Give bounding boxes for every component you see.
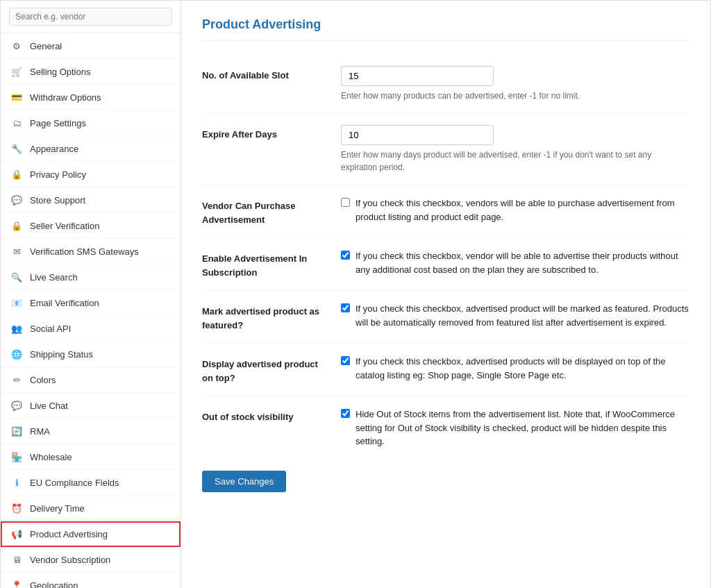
sidebar-item-appearance[interactable]: 🔧Appearance xyxy=(1,136,181,162)
field-content-display-on-top: If you check this checkbox, advertised p… xyxy=(341,355,689,385)
sidebar-item-rma[interactable]: 🔄RMA xyxy=(1,419,181,444)
general-icon: ⚙ xyxy=(10,40,23,52)
sidebar-item-withdraw-options[interactable]: 💳Withdraw Options xyxy=(1,85,181,110)
description-available-slot: Enter how many products can be advertise… xyxy=(341,90,689,102)
label-display-on-top[interactable]: If you check this checkbox, advertised p… xyxy=(341,355,689,382)
sidebar-item-live-search[interactable]: 🔍Live Search xyxy=(1,264,181,290)
delivery-time-icon: ⏰ xyxy=(10,502,23,514)
field-label-display-on-top: Display advertised product on top? xyxy=(202,355,341,385)
store-support-icon: 💬 xyxy=(10,194,23,206)
input-expire-after-days[interactable] xyxy=(341,125,494,145)
sidebar-item-seller-verification[interactable]: 🔒Seller Verification xyxy=(1,213,181,239)
sidebar-item-delivery-time[interactable]: ⏰Delivery Time xyxy=(1,496,181,521)
social-api-icon: 👥 xyxy=(10,322,23,335)
sidebar-label-geolocation: Geolocation xyxy=(30,580,78,589)
main-content: Product Advertising No. of Available Slo… xyxy=(181,1,710,588)
sidebar-item-live-chat[interactable]: 💬Live Chat xyxy=(1,393,181,419)
sidebar-item-general[interactable]: ⚙General xyxy=(1,33,181,59)
form-row-mark-featured: Mark advertised product as featured?If y… xyxy=(202,291,689,344)
checkbox-label-text-enable-advertisement: If you check this checkbox, vendor will … xyxy=(356,249,689,276)
label-mark-featured[interactable]: If you check this checkbox, advertised p… xyxy=(341,302,689,329)
field-content-vendor-purchase: If you check this checkbox, vendors will… xyxy=(341,196,689,226)
input-available-slot[interactable] xyxy=(341,66,494,86)
seller-verification-icon: 🔒 xyxy=(10,219,23,232)
sidebar-item-colors[interactable]: ✏Colors xyxy=(1,367,181,393)
live-search-icon: 🔍 xyxy=(10,271,23,283)
sidebar-label-withdraw-options: Withdraw Options xyxy=(30,92,101,103)
sidebar-label-social-api: Social API xyxy=(30,324,71,334)
sidebar-item-product-advertising[interactable]: 📢Product Advertising xyxy=(1,521,181,547)
app-container: ⚙General🛒Selling Options💳Withdraw Option… xyxy=(0,0,711,588)
sidebar-label-product-advertising: Product Advertising xyxy=(30,529,108,539)
page-title: Product Advertising xyxy=(202,17,689,41)
sidebar: ⚙General🛒Selling Options💳Withdraw Option… xyxy=(1,1,181,588)
form-row-vendor-purchase: Vendor Can Purchase AdvertisementIf you … xyxy=(202,185,689,238)
appearance-icon: 🔧 xyxy=(10,142,23,155)
sidebar-label-seller-verification: Seller Verification xyxy=(30,221,99,231)
sidebar-label-appearance: Appearance xyxy=(30,144,78,154)
shipping-status-icon: 🌐 xyxy=(10,348,23,360)
privacy-policy-icon: 🔒 xyxy=(10,168,23,180)
field-label-enable-advertisement: Enable Advertisement In Subscription xyxy=(202,249,341,279)
sidebar-item-store-support[interactable]: 💬Store Support xyxy=(1,187,181,213)
sidebar-item-shipping-status[interactable]: 🌐Shipping Status xyxy=(1,342,181,367)
checkbox-label-text-vendor-purchase: If you check this checkbox, vendors will… xyxy=(356,196,689,224)
sidebar-item-wholesale[interactable]: 🏪Wholesale xyxy=(1,444,181,470)
sidebar-search-container xyxy=(1,1,181,33)
withdraw-options-icon: 💳 xyxy=(10,91,23,103)
live-chat-icon: 💬 xyxy=(10,399,23,412)
sidebar-label-live-search: Live Search xyxy=(30,272,78,283)
sidebar-item-email-verification[interactable]: 📧Email Verification xyxy=(1,290,181,316)
field-label-vendor-purchase: Vendor Can Purchase Advertisement xyxy=(202,196,341,226)
sidebar-label-general: General xyxy=(30,41,62,51)
save-changes-button[interactable]: Save Changes xyxy=(202,471,286,492)
checkbox-out-of-stock[interactable] xyxy=(341,409,350,418)
label-enable-advertisement[interactable]: If you check this checkbox, vendor will … xyxy=(341,249,689,276)
field-label-expire-after-days: Expire After Days xyxy=(202,125,341,174)
checkbox-display-on-top[interactable] xyxy=(341,356,350,365)
checkbox-enable-advertisement[interactable] xyxy=(341,251,350,260)
product-advertising-icon: 📢 xyxy=(10,528,23,540)
sidebar-item-selling-options[interactable]: 🛒Selling Options xyxy=(1,59,181,85)
form-row-expire-after-days: Expire After DaysEnter how many days pro… xyxy=(202,114,689,185)
label-out-of-stock[interactable]: Hide Out of Stock items from the adverti… xyxy=(341,408,689,448)
form-row-enable-advertisement: Enable Advertisement In SubscriptionIf y… xyxy=(202,238,689,291)
field-content-out-of-stock: Hide Out of Stock items from the adverti… xyxy=(341,408,689,448)
label-vendor-purchase[interactable]: If you check this checkbox, vendors will… xyxy=(341,196,689,224)
checkbox-vendor-purchase[interactable] xyxy=(341,198,350,207)
checkbox-label-text-display-on-top: If you check this checkbox, advertised p… xyxy=(356,355,689,382)
sidebar-label-rma: RMA xyxy=(30,426,50,437)
sidebar-item-vendor-subscription[interactable]: 🖥Vendor Subscription xyxy=(1,547,181,573)
colors-icon: ✏ xyxy=(10,373,23,386)
field-content-available-slot: Enter how many products can be advertise… xyxy=(341,66,689,102)
sidebar-label-verification-sms: Verification SMS Gateways xyxy=(30,246,139,257)
sidebar-item-geolocation[interactable]: 📍Geolocation xyxy=(1,573,181,588)
sidebar-label-page-settings: Page Settings xyxy=(30,118,86,128)
sidebar-item-verification-sms[interactable]: ✉Verification SMS Gateways xyxy=(1,239,181,264)
sidebar-label-vendor-subscription: Vendor Subscription xyxy=(30,555,110,565)
checkbox-mark-featured[interactable] xyxy=(341,303,350,312)
geolocation-icon: 📍 xyxy=(10,579,23,588)
sidebar-label-live-chat: Live Chat xyxy=(30,401,68,411)
eu-compliance-icon: ℹ xyxy=(10,476,23,489)
sidebar-item-social-api[interactable]: 👥Social API xyxy=(1,316,181,342)
field-label-mark-featured: Mark advertised product as featured? xyxy=(202,302,341,332)
sidebar-label-wholesale: Wholesale xyxy=(30,452,72,462)
sidebar-label-delivery-time: Delivery Time xyxy=(30,503,85,514)
description-expire-after-days: Enter how many days product will be adve… xyxy=(341,149,689,174)
sidebar-search-input[interactable] xyxy=(9,8,172,26)
sidebar-label-store-support: Store Support xyxy=(30,195,85,205)
field-content-mark-featured: If you check this checkbox, advertised p… xyxy=(341,302,689,332)
checkbox-label-text-out-of-stock: Hide Out of Stock items from the adverti… xyxy=(356,408,689,448)
sidebar-item-eu-compliance[interactable]: ℹEU Compliance Fields xyxy=(1,470,181,496)
selling-options-icon: 🛒 xyxy=(10,65,23,78)
sidebar-item-privacy-policy[interactable]: 🔒Privacy Policy xyxy=(1,162,181,187)
sidebar-label-eu-compliance: EU Compliance Fields xyxy=(30,478,119,488)
field-content-enable-advertisement: If you check this checkbox, vendor will … xyxy=(341,249,689,279)
sidebar-item-page-settings[interactable]: 🗂Page Settings xyxy=(1,110,181,136)
verification-sms-icon: ✉ xyxy=(10,245,23,258)
sidebar-label-privacy-policy: Privacy Policy xyxy=(30,169,86,180)
form-row-available-slot: No. of Available SlotEnter how many prod… xyxy=(202,55,689,114)
page-settings-icon: 🗂 xyxy=(10,117,23,129)
sidebar-label-selling-options: Selling Options xyxy=(30,67,90,77)
